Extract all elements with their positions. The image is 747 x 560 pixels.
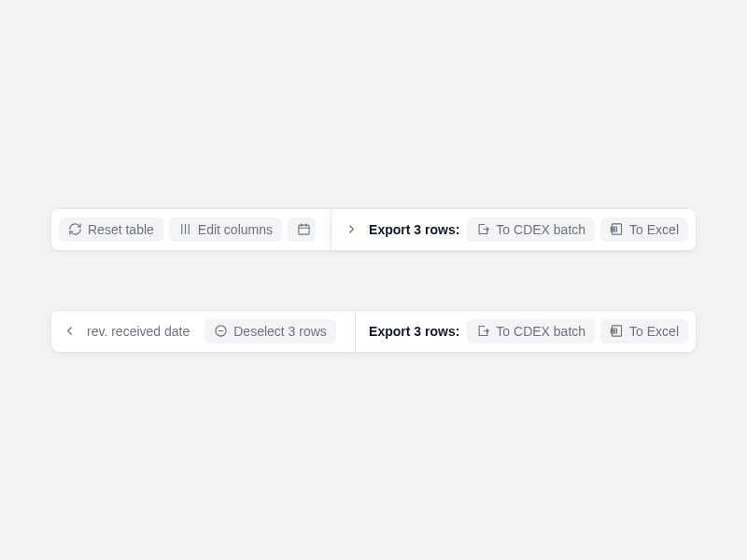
deselect-button[interactable]: Deselect 3 rows: [204, 319, 336, 343]
scroll-left-button[interactable]: [59, 311, 79, 352]
toolbar-1-right-panel: Export 3 rows: To CDEX batch To Excel: [331, 209, 696, 250]
chevron-right-icon: [345, 222, 359, 236]
toolbar-2: rev. received date Deselect 3 rows Expor…: [51, 311, 696, 352]
toolbar-2-right-panel: Export 3 rows: To CDEX batch To Excel: [355, 311, 696, 352]
columns-icon: [178, 222, 192, 236]
to-cdex-label-2: To CDEX batch: [496, 324, 585, 339]
rev-received-date-label: rev. received date: [87, 324, 190, 339]
rev-received-date-button[interactable]: rev. received date: [83, 319, 199, 343]
to-excel-label-2: To Excel: [629, 324, 679, 339]
export-icon: [476, 222, 490, 236]
to-excel-button-2[interactable]: To Excel: [600, 319, 688, 343]
to-cdex-button[interactable]: To CDEX batch: [467, 217, 595, 242]
to-excel-label: To Excel: [629, 222, 679, 237]
toolbar-1: Reset table Edit columns S Export 3 rows…: [51, 209, 696, 250]
svg-rect-3: [299, 225, 309, 234]
export-label-2: Export 3 rows:: [369, 324, 459, 339]
deselect-label: Deselect 3 rows: [233, 324, 327, 339]
calendar-icon: [297, 222, 311, 236]
toolbar-2-left: rev. received date Deselect 3 rows: [83, 319, 336, 343]
reset-table-button[interactable]: Reset table: [59, 217, 163, 242]
to-cdex-label: To CDEX batch: [496, 222, 585, 237]
excel-icon: [610, 324, 624, 338]
refresh-icon: [68, 222, 82, 236]
scroll-right-button[interactable]: [339, 209, 363, 250]
to-excel-button[interactable]: To Excel: [600, 217, 688, 242]
toolbar-1-left: Reset table Edit columns S: [59, 217, 316, 242]
to-cdex-button-2[interactable]: To CDEX batch: [467, 319, 595, 343]
truncated-button[interactable]: S: [288, 217, 316, 242]
export-label: Export 3 rows:: [369, 222, 459, 237]
excel-icon: [610, 222, 624, 236]
edit-columns-button[interactable]: Edit columns: [169, 217, 282, 242]
edit-columns-label: Edit columns: [198, 222, 273, 237]
reset-table-label: Reset table: [88, 222, 154, 237]
chevron-left-icon: [63, 324, 77, 338]
export-icon: [476, 324, 490, 338]
deselect-icon: [214, 324, 228, 338]
